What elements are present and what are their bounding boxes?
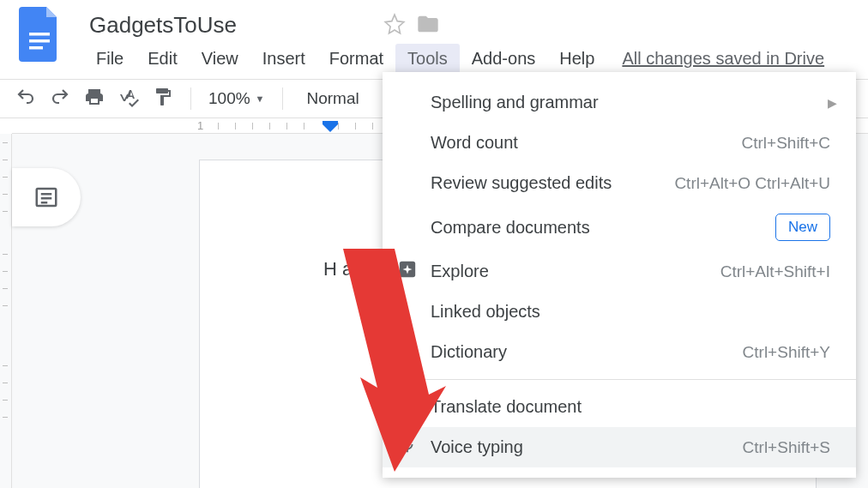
redo-icon[interactable] <box>50 87 70 111</box>
chevron-down-icon: ▼ <box>256 93 265 104</box>
vertical-ruler <box>0 134 12 488</box>
svg-rect-2 <box>29 46 43 50</box>
menu-tools[interactable]: Tools <box>395 44 460 74</box>
menu-translate[interactable]: Translate document <box>383 387 856 427</box>
menu-addons[interactable]: Add-ons <box>460 44 548 74</box>
menu-separator <box>383 379 856 380</box>
menu-review-edits[interactable]: Review suggested edits Ctrl+Alt+O Ctrl+A… <box>383 163 856 203</box>
explore-icon <box>398 260 417 283</box>
separator <box>190 87 191 110</box>
outline-toggle[interactable] <box>12 168 81 226</box>
ruler-mark: 1 <box>197 119 203 132</box>
tools-dropdown: Spelling and grammar ▶ Word count Ctrl+S… <box>383 72 856 478</box>
menu-spelling-grammar[interactable]: Spelling and grammar ▶ <box>383 82 856 123</box>
menu-file[interactable]: File <box>84 44 136 74</box>
menu-format[interactable]: Format <box>317 44 395 74</box>
menu-explore[interactable]: Explore Ctrl+Alt+Shift+I <box>383 251 856 292</box>
menu-compare-documents[interactable]: Compare documents New <box>383 203 856 251</box>
paint-format-icon[interactable] <box>153 87 173 111</box>
menu-help[interactable]: Help <box>547 44 606 74</box>
document-text: H a .. <box>323 258 369 280</box>
separator <box>282 87 283 110</box>
menu-bar: File Edit View Insert Format Tools Add-o… <box>84 44 868 74</box>
submenu-arrow-icon: ▶ <box>828 96 837 110</box>
title-area: File Edit View Insert Format Tools Add-o… <box>84 7 868 74</box>
docs-logo[interactable] <box>19 7 60 62</box>
zoom-value: 100% <box>208 89 250 108</box>
zoom-selector[interactable]: 100% ▼ <box>208 89 265 108</box>
menu-dictionary[interactable]: Dictionary Ctrl+Shift+Y <box>383 332 856 372</box>
new-badge: New <box>775 214 830 241</box>
svg-rect-0 <box>29 33 50 36</box>
header: File Edit View Insert Format Tools Add-o… <box>0 0 868 74</box>
star-icon[interactable] <box>383 13 406 39</box>
menu-insert[interactable]: Insert <box>250 44 317 74</box>
document-title[interactable] <box>84 10 373 40</box>
paragraph-style[interactable]: Normal <box>300 89 366 108</box>
menu-voice-typing[interactable]: Voice typing Ctrl+Shift+S <box>383 427 856 467</box>
menu-word-count[interactable]: Word count Ctrl+Shift+C <box>383 123 856 163</box>
menu-linked-objects[interactable]: Linked objects <box>383 292 856 332</box>
menu-view[interactable]: View <box>190 44 250 74</box>
undo-icon[interactable] <box>15 87 36 111</box>
save-status[interactable]: All changes saved in Drive <box>622 49 824 69</box>
move-folder-icon[interactable] <box>416 12 440 39</box>
print-icon[interactable] <box>84 87 105 111</box>
menu-edit[interactable]: Edit <box>136 44 189 74</box>
mic-icon <box>398 436 417 459</box>
spellcheck-icon[interactable] <box>118 87 139 111</box>
svg-rect-1 <box>29 39 50 43</box>
